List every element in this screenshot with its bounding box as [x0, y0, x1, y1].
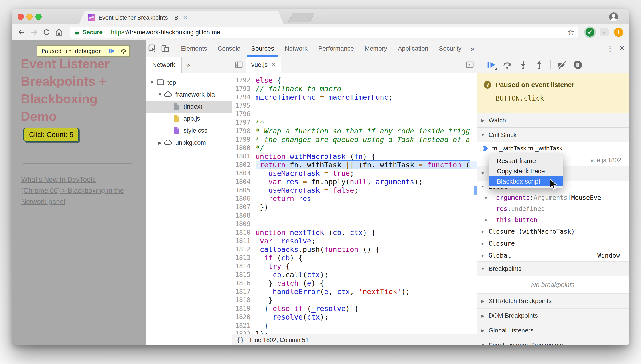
line-number[interactable]: 1802: [232, 161, 253, 169]
show-debugger-sidebar-button[interactable]: [463, 57, 477, 73]
profile-avatar[interactable]: [609, 12, 618, 21]
line-number[interactable]: 1809: [232, 220, 253, 228]
resume-button[interactable]: [483, 58, 499, 71]
scope-property-row[interactable]: ▶arguments: Arguments [MouseEve: [477, 192, 629, 203]
deactivate-breakpoints-button[interactable]: [554, 58, 570, 71]
back-button[interactable]: [15, 26, 28, 38]
line-number[interactable]: 1800: [232, 144, 253, 152]
scope-closure-row[interactable]: ▶GlobalWindow: [477, 250, 629, 262]
line-number[interactable]: 1821: [232, 321, 253, 330]
line-number[interactable]: 1807: [232, 203, 253, 211]
line-number[interactable]: 1805: [232, 186, 253, 194]
zoom-window-button[interactable]: [36, 14, 42, 20]
step-out-button[interactable]: [531, 58, 547, 71]
line-number[interactable]: 1810: [232, 228, 253, 237]
context-menu-item-restart-frame[interactable]: Restart frame: [489, 156, 563, 166]
line-number[interactable]: 1796: [232, 110, 253, 118]
tree-item-unpkg-com[interactable]: ▶unpkg.com: [146, 136, 232, 149]
extension-warning-button[interactable]: !: [614, 27, 624, 37]
line-number[interactable]: 1795: [232, 102, 253, 110]
devtools-tab-security[interactable]: Security: [434, 40, 467, 56]
callstack-frame[interactable]: fn._withTask.fn._withTask: [477, 142, 629, 154]
navigator-menu-button[interactable]: ⋮: [214, 60, 232, 69]
devtools-tab-memory[interactable]: Memory: [359, 40, 392, 56]
whats-new-link[interactable]: What's New In DevTools(Chrome 66) > Blac…: [21, 174, 139, 207]
event-listener-breakpoints-header[interactable]: ▼ Event Listener Breakpoints: [477, 338, 629, 345]
devtools-tab-elements[interactable]: Elements: [176, 40, 212, 56]
line-number[interactable]: 1814: [232, 262, 253, 270]
step-into-button[interactable]: [515, 58, 531, 71]
new-tab-button[interactable]: [288, 13, 315, 22]
devtools-tab-performance[interactable]: Performance: [313, 40, 359, 56]
global-listeners-section-header[interactable]: ▶Global Listeners: [477, 323, 629, 338]
line-number[interactable]: 1822: [232, 330, 253, 334]
line-number[interactable]: 1798: [232, 127, 253, 135]
breakpoints-section-header[interactable]: ▼ Breakpoints: [477, 262, 629, 276]
line-number[interactable]: 1818: [232, 296, 253, 304]
home-button[interactable]: [53, 26, 65, 38]
extension-ghost-button[interactable]: ⁎: [600, 27, 609, 37]
line-number[interactable]: 1820: [232, 313, 253, 321]
line-number[interactable]: 1806: [232, 194, 253, 203]
step-over-button[interactable]: [499, 58, 515, 71]
scope-property-row[interactable]: ▶this: button: [477, 214, 629, 226]
context-menu-item-copy-stack-trace[interactable]: Copy stack trace: [489, 166, 563, 176]
navigator-tab-network[interactable]: Network: [146, 57, 182, 73]
watch-section-header[interactable]: ▶ Watch: [477, 113, 629, 128]
bookmark-star-icon[interactable]: ☆: [567, 28, 574, 36]
more-tabs-button[interactable]: »: [467, 44, 478, 53]
scope-closure-row[interactable]: ▶Closure: [477, 238, 629, 250]
line-number[interactable]: 1811: [232, 237, 253, 245]
code-lines[interactable]: else {// fallback to macromicroTimerFunc…: [253, 73, 477, 334]
line-number[interactable]: 1817: [232, 288, 253, 296]
inspect-element-button[interactable]: [146, 42, 159, 55]
tree-item-framework-bla[interactable]: ▼framework-bla: [146, 88, 232, 100]
tree-item-app-js[interactable]: app.js: [146, 112, 232, 124]
tab-close-icon[interactable]: ×: [183, 14, 187, 21]
secure-badge[interactable]: Secure: [74, 29, 102, 36]
callstack-section-header[interactable]: ▼ Call Stack: [477, 128, 629, 142]
line-number[interactable]: 1799: [232, 135, 253, 144]
line-number[interactable]: 1819: [232, 304, 253, 313]
url-bar[interactable]: Secure https://framework-blackboxing.gli…: [70, 27, 578, 38]
line-number[interactable]: 1794: [232, 93, 253, 102]
line-number[interactable]: 1808: [232, 211, 253, 220]
editor-tab-close-icon[interactable]: ×: [272, 61, 276, 68]
devtools-close-button[interactable]: ×: [618, 44, 629, 54]
line-number[interactable]: 1813: [232, 254, 253, 262]
line-number[interactable]: 1804: [232, 178, 253, 186]
scope-closure-row[interactable]: ▶Closure (withMacroTask): [477, 226, 629, 238]
line-number[interactable]: 1792: [232, 76, 253, 84]
device-toolbar-button[interactable]: [159, 42, 172, 55]
tree-item-top[interactable]: ▼top: [146, 76, 232, 88]
navigator-more-tabs-button[interactable]: »: [182, 60, 195, 69]
click-count-button[interactable]: Click Count: 5: [23, 128, 79, 142]
close-window-button[interactable]: [18, 14, 24, 20]
tree-item-style-css[interactable]: style.css: [146, 124, 232, 136]
tree-item--index-[interactable]: (index): [146, 100, 232, 112]
extension-check-button[interactable]: ✓: [585, 27, 595, 37]
line-number[interactable]: 1803: [232, 169, 253, 178]
pretty-print-button[interactable]: {}: [232, 336, 250, 344]
dom-breakpoints-section-header[interactable]: ▶DOM Breakpoints: [477, 308, 629, 323]
devtools-tab-application[interactable]: Application: [392, 40, 434, 56]
devtools-tab-sources[interactable]: Sources: [246, 40, 279, 56]
pause-on-exceptions-button[interactable]: [570, 58, 586, 71]
hide-navigator-button[interactable]: [232, 57, 246, 73]
line-number[interactable]: 1816: [232, 279, 253, 288]
minimize-window-button[interactable]: [26, 14, 33, 20]
reload-button[interactable]: [40, 26, 53, 38]
line-number[interactable]: 1812: [232, 245, 253, 254]
line-number[interactable]: 1797: [232, 118, 253, 127]
browser-tab[interactable]: Event Listener Breakpoints + B ×: [79, 11, 284, 24]
editor-tab-vuejs[interactable]: vue.js ×: [246, 57, 281, 73]
scope-property-row[interactable]: res: undefined: [477, 203, 629, 214]
line-number[interactable]: 1793: [232, 84, 253, 93]
line-number[interactable]: 1801: [232, 152, 253, 161]
forward-button[interactable]: [28, 26, 40, 38]
devtools-menu-button[interactable]: ⋮: [602, 44, 618, 53]
line-number[interactable]: 1815: [232, 270, 253, 279]
line-number-gutter[interactable]: 1792179317941795179617971798179918001801…: [232, 73, 253, 334]
xhr-fetch-breakpoints-section-header[interactable]: ▶XHR/fetch Breakpoints: [477, 294, 629, 308]
devtools-tab-console[interactable]: Console: [212, 40, 246, 56]
